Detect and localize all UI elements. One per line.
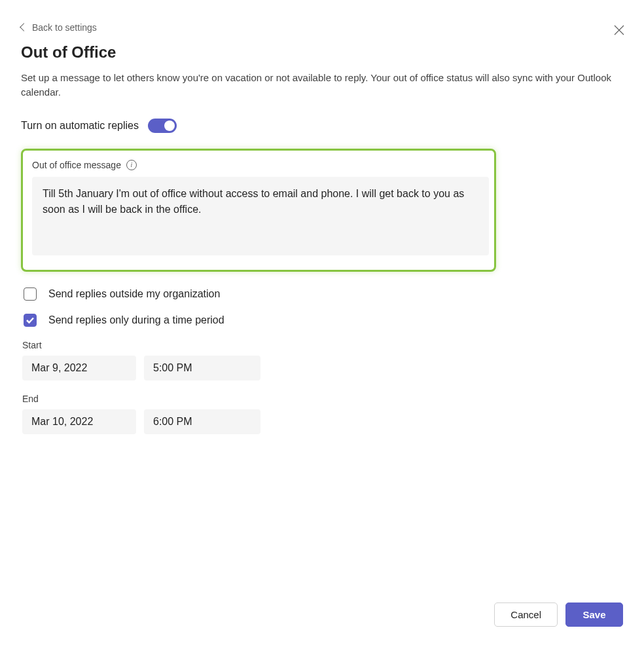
out-of-office-message-section: Out of office message i bbox=[21, 149, 496, 272]
time-period-row: Send replies only during a time period bbox=[24, 314, 623, 327]
page-description: Set up a message to let others know you'… bbox=[21, 71, 623, 100]
send-outside-row: Send replies outside my organization bbox=[24, 287, 623, 301]
end-date-picker[interactable] bbox=[22, 409, 136, 434]
start-date-picker[interactable] bbox=[22, 356, 136, 380]
start-datetime-row bbox=[22, 356, 623, 380]
end-label: End bbox=[22, 394, 623, 404]
back-to-settings-link[interactable]: Back to settings bbox=[21, 22, 97, 33]
toggle-knob-icon bbox=[164, 121, 175, 131]
start-label: Start bbox=[22, 340, 623, 350]
save-button[interactable]: Save bbox=[565, 603, 623, 627]
auto-reply-toggle[interactable] bbox=[148, 119, 177, 133]
checkmark-icon bbox=[26, 317, 34, 324]
message-label: Out of office message bbox=[32, 160, 121, 170]
end-datetime-row bbox=[22, 409, 623, 434]
auto-reply-toggle-row: Turn on automatic replies bbox=[21, 119, 623, 133]
auto-reply-toggle-label: Turn on automatic replies bbox=[21, 120, 139, 132]
footer-actions: Cancel Save bbox=[494, 603, 623, 627]
close-button[interactable] bbox=[613, 24, 626, 37]
chevron-left-icon bbox=[20, 23, 28, 31]
back-link-label: Back to settings bbox=[32, 22, 97, 33]
close-icon bbox=[614, 25, 624, 35]
info-icon[interactable]: i bbox=[126, 160, 137, 170]
end-time-picker[interactable] bbox=[144, 409, 260, 434]
page-title: Out of Office bbox=[21, 43, 623, 62]
send-outside-label: Send replies outside my organization bbox=[48, 288, 220, 300]
schedule-section: Start End bbox=[22, 340, 623, 434]
cancel-button[interactable]: Cancel bbox=[494, 603, 558, 627]
message-label-row: Out of office message i bbox=[32, 160, 485, 170]
time-period-label: Send replies only during a time period bbox=[48, 314, 224, 326]
send-outside-checkbox[interactable] bbox=[24, 287, 37, 301]
time-period-checkbox[interactable] bbox=[24, 314, 37, 327]
start-time-picker[interactable] bbox=[144, 356, 260, 380]
out-of-office-message-input[interactable] bbox=[32, 177, 489, 255]
